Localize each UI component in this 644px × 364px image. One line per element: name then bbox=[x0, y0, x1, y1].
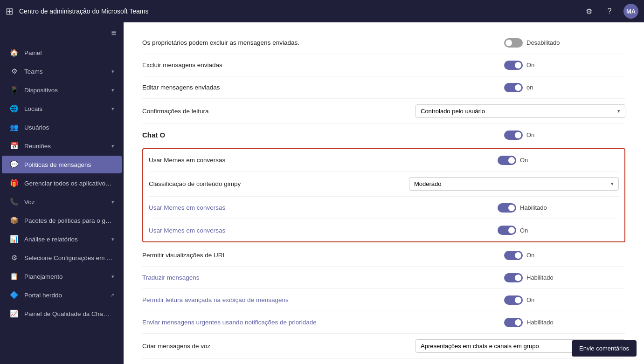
planning-icon: 📋 bbox=[9, 272, 19, 281]
chevron-down-icon: ▾ bbox=[111, 87, 114, 93]
sidebar-item-portal[interactable]: 🔷 Portal herddo ↗ bbox=[2, 286, 122, 304]
control-proprietarios: Desabilitado bbox=[504, 38, 625, 48]
control-usar-memes-3: On bbox=[498, 226, 619, 235]
row-chat: Chat O On bbox=[142, 124, 625, 146]
toggle-label-usar-memes-2: Habilitado bbox=[520, 204, 547, 211]
sidebar-item-pacotes[interactable]: 📦 Pacotes de políticas para o governo bbox=[2, 212, 122, 229]
feedback-button[interactable]: Envie comentários bbox=[572, 340, 637, 357]
sidebar-item-config[interactable]: ⚙ Selecione Configurações em toda a org.… bbox=[2, 249, 122, 267]
toggle-usar-memes-1[interactable] bbox=[498, 156, 516, 165]
row-url: Permitir visualizações de URL On bbox=[142, 244, 625, 267]
toggle-label-usar-memes-3: On bbox=[520, 227, 528, 234]
label-leitura-avancada[interactable]: Permitir leitura avançada na exibição de… bbox=[142, 296, 504, 303]
topbar: ⊞ Centro de administração do Microsoft T… bbox=[0, 0, 644, 22]
control-editar: on bbox=[504, 83, 625, 92]
external-link-icon: ↗ bbox=[110, 292, 114, 298]
apps-icon: 🎁 bbox=[9, 179, 19, 187]
label-proprietarios: Os proprietários podem excluir as mensag… bbox=[142, 39, 504, 46]
sidebar-item-qualidade[interactable]: 📈 Painel de Qualidade da Chamada bbox=[2, 305, 122, 323]
sidebar-label-reunioes: Reuniões bbox=[24, 143, 106, 150]
sidebar-label-dispositivos: Dispositivos bbox=[24, 87, 106, 94]
sidebar-label-teams: Teams bbox=[24, 68, 106, 75]
toggle-excluir[interactable] bbox=[504, 61, 523, 70]
row-usar-memes-2: Usar Memes em conversas Habilitado bbox=[149, 197, 619, 219]
settings-icon[interactable]: ⚙ bbox=[582, 5, 596, 18]
row-traduzir: Traduzir mensagens Habilitado bbox=[142, 267, 625, 289]
sidebar-label-usuarios: Usuários bbox=[24, 124, 114, 131]
toggle-wrap-leitura-avancada: On bbox=[504, 295, 534, 305]
chevron-down-icon: ▾ bbox=[111, 274, 114, 280]
row-excluir: Excluir mensagens enviadas On bbox=[142, 54, 625, 76]
toggle-wrap-usar-memes-2: Habilitado bbox=[498, 203, 547, 213]
user-avatar[interactable]: MA bbox=[623, 4, 638, 19]
toggle-wrap-usar-memes-3: On bbox=[498, 226, 528, 235]
toggle-label-chat: On bbox=[526, 131, 534, 138]
sidebar-item-painel[interactable]: 🏠 Painel bbox=[2, 44, 122, 62]
label-urgentes[interactable]: Enviar mensagens urgentes usando notific… bbox=[142, 319, 504, 326]
sidebar-item-usuarios[interactable]: 👥 Usuários bbox=[2, 118, 122, 136]
toggle-label-excluir: On bbox=[526, 62, 534, 69]
sidebar-label-portal: Portal herddo bbox=[24, 292, 104, 299]
control-chat: On bbox=[504, 130, 625, 140]
sidebar-item-reunioes[interactable]: 📅 Reuniões ▾ bbox=[2, 137, 122, 155]
sidebar-item-teams[interactable]: ⚙ Teams ▾ bbox=[2, 62, 122, 80]
toggle-usar-memes-2[interactable] bbox=[498, 203, 516, 213]
app-title: Centro de administração do Microsoft Tea… bbox=[19, 7, 577, 15]
row-criar-voz: Criar mensagens de voz Apresentações em … bbox=[142, 334, 625, 359]
sidebar-item-politicas[interactable]: 💬 Políticas de mensagens bbox=[2, 156, 122, 173]
row-urgentes: Enviar mensagens urgentes usando notific… bbox=[142, 311, 625, 334]
toggle-url[interactable] bbox=[504, 251, 523, 260]
label-url: Permitir visualizações de URL bbox=[142, 252, 504, 259]
toggle-leitura-avancada[interactable] bbox=[504, 295, 523, 305]
control-urgentes: Habilitado bbox=[504, 318, 625, 327]
sidebar-item-locais[interactable]: 🌐 Locais ▾ bbox=[2, 100, 122, 117]
toggle-urgentes[interactable] bbox=[504, 318, 523, 327]
hamburger-button[interactable]: ≡ bbox=[0, 22, 124, 43]
devices-icon: 📱 bbox=[9, 86, 19, 94]
toggle-chat[interactable] bbox=[504, 130, 523, 140]
label-excluir: Excluir mensagens enviadas bbox=[142, 62, 504, 69]
toggle-label-traduzir: Habilitado bbox=[526, 274, 554, 281]
label-usar-memes-2[interactable]: Usar Memes em conversas bbox=[149, 204, 498, 211]
label-traduzir[interactable]: Traduzir mensagens bbox=[142, 274, 504, 281]
locations-icon: 🌐 bbox=[9, 104, 19, 113]
control-traduzir: Habilitado bbox=[504, 273, 625, 282]
sidebar-item-planejamento[interactable]: 📋 Planejamento ▾ bbox=[2, 268, 122, 285]
row-usar-memes-1: Usar Memes em conversas On bbox=[149, 149, 619, 172]
sidebar-item-voz[interactable]: 📞 Voz ▾ bbox=[2, 193, 122, 211]
toggle-editar[interactable] bbox=[504, 83, 523, 92]
chevron-down-icon: ▾ bbox=[111, 199, 114, 205]
toggle-label-proprietarios: Desabilitado bbox=[526, 39, 560, 46]
dropdown-classificacao[interactable]: Moderado ▾ bbox=[409, 177, 619, 191]
label-usar-memes-3[interactable]: Usar Memes em conversas bbox=[149, 227, 498, 234]
row-editar: Editar mensagens enviadas on bbox=[142, 76, 625, 99]
toggle-traduzir[interactable] bbox=[504, 273, 523, 282]
sidebar-item-apps[interactable]: 🎁 Gerenciar todos os aplicativos do Tea.… bbox=[2, 174, 122, 192]
control-leitura-avancada: On bbox=[504, 295, 625, 305]
grid-icon[interactable]: ⊞ bbox=[6, 6, 14, 17]
sidebar-label-qualidade: Painel de Qualidade da Chamada bbox=[24, 310, 114, 317]
toggle-label-urgentes: Habilitado bbox=[526, 319, 554, 326]
layout: ≡ 🏠 Painel ⚙ Teams ▾ 📱 Dispositivos ▾ 🌐 … bbox=[0, 22, 644, 364]
sidebar-label-apps: Gerenciar todos os aplicativos do Tea... bbox=[24, 180, 114, 187]
row-usar-memes-3: Usar Memes em conversas On bbox=[149, 219, 619, 241]
highlighted-section: Usar Memes em conversas On Classificação… bbox=[142, 148, 625, 242]
control-url: On bbox=[504, 251, 625, 260]
dropdown-confirmacoes[interactable]: Controlado pelo usuário ▾ bbox=[415, 104, 625, 118]
toggle-proprietarios[interactable] bbox=[504, 38, 523, 48]
main-content: Os proprietários podem excluir as mensag… bbox=[124, 22, 644, 364]
label-chat: Chat O bbox=[142, 131, 504, 139]
label-classificacao: Classificação de conteúdo gimpy bbox=[149, 180, 409, 187]
help-icon[interactable]: ? bbox=[603, 5, 616, 18]
chevron-down-icon: ▾ bbox=[617, 108, 620, 114]
control-excluir: On bbox=[504, 61, 625, 70]
sidebar-label-pacotes: Pacotes de políticas para o governo bbox=[24, 217, 114, 224]
toggle-wrap-traduzir: Habilitado bbox=[504, 273, 554, 282]
sidebar-label-analise: Análise e relatórios bbox=[24, 236, 106, 243]
sidebar-item-analise[interactable]: 📊 Análise e relatórios ▾ bbox=[2, 230, 122, 248]
sidebar-item-dispositivos[interactable]: 📱 Dispositivos ▾ bbox=[2, 81, 122, 99]
users-icon: 👥 bbox=[9, 123, 19, 131]
packages-icon: 📦 bbox=[9, 216, 19, 225]
chevron-down-icon: ▾ bbox=[111, 69, 114, 75]
toggle-usar-memes-3[interactable] bbox=[498, 226, 516, 235]
